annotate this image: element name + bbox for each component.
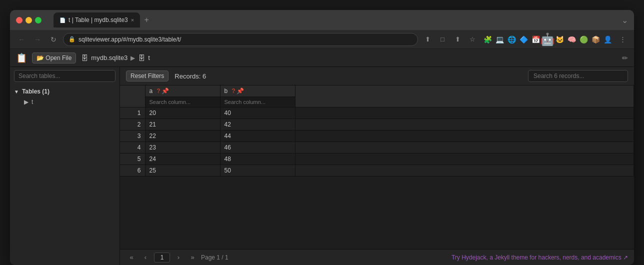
cell-a: 21 [145, 119, 220, 130]
cell-a: 23 [145, 142, 220, 154]
minimize-window-button[interactable] [26, 17, 32, 24]
cell-a: 24 [145, 154, 220, 165]
cell-extra [295, 165, 634, 176]
cell-a: 22 [145, 130, 220, 142]
browser-window: 📄 t | Table | mydb.sqlite3 × + ⌄ ← → ↻ 🔒… [10, 10, 634, 265]
row-num-cell: 6 [120, 165, 145, 176]
active-tab[interactable]: 📄 t | Table | mydb.sqlite3 × [54, 12, 140, 28]
table-row[interactable]: 1 20 40 [120, 108, 634, 119]
back-button[interactable]: ← [15, 33, 28, 46]
share-button-2[interactable]: □ [436, 33, 449, 46]
table-row[interactable]: 2 21 42 [120, 119, 634, 130]
col-a-pin-icon[interactable]: 📌 [162, 88, 169, 94]
extension-icons: 🧩 💻 🌐 🔷 📅 🤖 🐱 🧠 🟢 📦 👤 [482, 34, 613, 45]
row-num-cell: 5 [120, 154, 145, 165]
navigation-bar: ← → ↻ 🔒 sqliteviewer.app/#/mydb.sqlite3/… [10, 30, 634, 49]
table-row[interactable]: 4 23 46 [120, 142, 634, 154]
page-number-input[interactable] [154, 252, 170, 262]
more-options-button[interactable]: ⋮ [616, 33, 629, 46]
table-name: t [32, 98, 33, 106]
tab-bar: 📄 t | Table | mydb.sqlite3 × + [54, 12, 618, 28]
cell-extra [295, 154, 634, 165]
footer-link[interactable]: Try Hydejack, a Jekyll theme for hackers… [452, 254, 628, 261]
search-tables-input[interactable] [14, 70, 116, 82]
table-row[interactable]: 3 22 44 [120, 130, 634, 142]
reset-filters-button[interactable]: Reset Filters [126, 70, 168, 82]
col-b-question-icon[interactable]: ? [232, 88, 235, 94]
next-page-button[interactable]: › [173, 252, 184, 263]
reload-button[interactable]: ↻ [47, 33, 60, 46]
table-area: Reset Filters Records: 6 a [120, 67, 634, 265]
col-b-name: b [224, 88, 228, 94]
cell-a: 20 [145, 108, 220, 119]
pagination: « ‹ › » Page 1 / 1 Try Hydejack, a Jekyl… [120, 249, 634, 265]
col-a-header[interactable]: a ? 📌 [145, 86, 220, 108]
new-tab-button[interactable]: + [140, 14, 153, 26]
sidebar-item-t[interactable]: ▶ t [10, 97, 120, 107]
title-bar: 📄 t | Table | mydb.sqlite3 × + ⌄ [10, 10, 634, 30]
row-num-header [120, 86, 145, 108]
expand-triangle-icon: ▼ [14, 89, 19, 94]
ext-icon-10[interactable]: 👤 [602, 34, 613, 45]
cell-b: 40 [220, 108, 295, 119]
cell-b: 48 [220, 154, 295, 165]
android-icon: 🤖 [542, 34, 553, 45]
db-icon: 🗄 [81, 54, 88, 62]
lock-icon: 🔒 [68, 36, 76, 42]
cell-b: 42 [220, 119, 295, 130]
last-page-button[interactable]: » [187, 252, 198, 263]
ext-icon-6[interactable]: 🐱 [554, 34, 565, 45]
cell-a: 25 [145, 165, 220, 176]
bookmark-button[interactable]: ☆ [466, 33, 479, 46]
tab-close-button[interactable]: × [131, 17, 134, 23]
window-chevron-icon[interactable]: ⌄ [622, 16, 628, 25]
col-a-search-input[interactable] [146, 96, 220, 107]
share-button-3[interactable]: ⬆ [451, 33, 464, 46]
address-bar[interactable]: 🔒 sqliteviewer.app/#/mydb.sqlite3/table/… [63, 33, 418, 46]
forward-button[interactable]: → [31, 33, 44, 46]
records-count: Records: 6 [174, 72, 206, 80]
table-row[interactable]: 5 24 48 [120, 154, 634, 165]
close-window-button[interactable] [16, 17, 22, 24]
row-num-cell: 3 [120, 130, 145, 142]
prev-page-button[interactable]: ‹ [140, 252, 151, 263]
col-b-search-input[interactable] [220, 96, 295, 107]
sidebar-tables-section: ▼ Tables (1) ▶ t [10, 85, 120, 108]
table-triangle-icon: ▶ [24, 98, 28, 106]
data-table-container[interactable]: a ? 📌 [120, 86, 634, 249]
breadcrumb-sep-icon: ▶ [130, 54, 135, 62]
cell-extra [295, 130, 634, 142]
maximize-window-button[interactable] [35, 17, 42, 24]
ext-icon-3[interactable]: 🌐 [506, 34, 517, 45]
cell-extra [295, 108, 634, 119]
row-num-cell: 2 [120, 119, 145, 130]
col-extra-header [295, 86, 634, 108]
cell-b: 44 [220, 130, 295, 142]
col-b-pin-icon[interactable]: 📌 [236, 88, 244, 94]
col-b-header[interactable]: b ? 📌 [220, 86, 295, 108]
breadcrumb: 🗄 mydb.sqlite3 ▶ 🗄 t [81, 54, 150, 62]
share-button-1[interactable]: ⬆ [421, 33, 434, 46]
first-page-button[interactable]: « [126, 252, 137, 263]
traffic-lights [16, 17, 42, 24]
tab-title: t | Table | mydb.sqlite3 [68, 16, 128, 24]
table-row[interactable]: 6 25 50 [120, 165, 634, 176]
ext-icon-2[interactable]: 💻 [494, 34, 505, 45]
tables-group-header[interactable]: ▼ Tables (1) [10, 86, 120, 97]
ext-icon-8[interactable]: 🟢 [578, 34, 589, 45]
cell-b: 50 [220, 165, 295, 176]
row-num-cell: 4 [120, 142, 145, 154]
open-file-button[interactable]: 📂 Open File [32, 52, 76, 64]
col-a-name: a [150, 88, 153, 94]
ext-icon-7[interactable]: 🧠 [566, 34, 577, 45]
toolbar: Reset Filters Records: 6 [120, 67, 634, 86]
search-records-input[interactable] [528, 70, 628, 82]
ext-icon-9[interactable]: 📦 [590, 34, 601, 45]
edit-button[interactable]: ✏ [622, 54, 628, 62]
ext-icon-5[interactable]: 📅 [530, 34, 541, 45]
breadcrumb-table: t [148, 54, 150, 62]
col-a-question-icon[interactable]: ? [156, 88, 160, 94]
ext-icon-1[interactable]: 🧩 [482, 34, 493, 45]
ext-icon-4[interactable]: 🔷 [518, 34, 529, 45]
app-logo-icon: 📋 [16, 52, 27, 64]
